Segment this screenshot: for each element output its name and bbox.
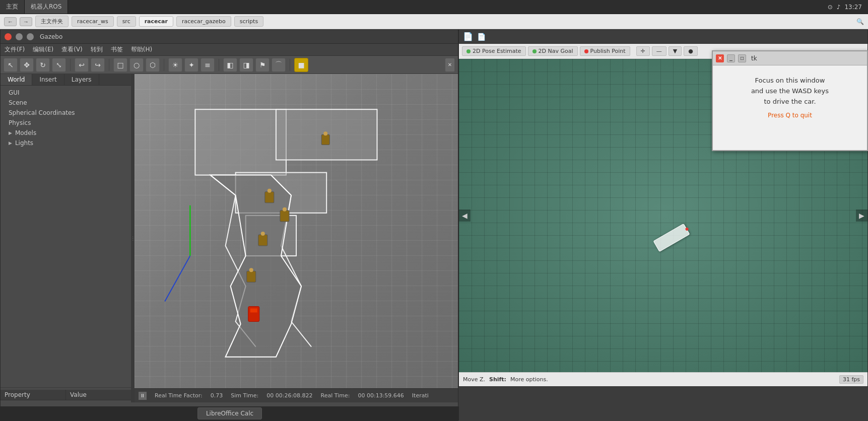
path-scripts[interactable]: scripts (234, 16, 263, 27)
tk-content: Focus on this window and use the WASD ke… (713, 65, 867, 131)
tab-world[interactable]: World (1, 74, 32, 85)
sphere-button[interactable]: ○ (129, 58, 144, 72)
gazebo-minimize-button[interactable] (16, 33, 23, 40)
gazebo-3d-viewport[interactable]: ⏸ Real Time Factor: 0.73 Sim Time: 00 00… (135, 74, 458, 402)
rviz-dropdown-btn[interactable]: ▼ (669, 46, 682, 56)
undo-button[interactable]: ↩ (75, 58, 89, 72)
path-src[interactable]: src (117, 16, 136, 27)
svg-rect-8 (265, 192, 274, 203)
toolbar-sep-3 (164, 59, 164, 71)
rviz-minus-btn[interactable]: — (652, 46, 666, 56)
menu-view[interactable]: 查看(V) (61, 45, 83, 54)
rviz-circle-btn[interactable]: ● (684, 46, 698, 56)
network-icon: ⊙ (828, 4, 833, 11)
rviz-status-bar: Move Z. Shift: More options. 31 fps (459, 372, 867, 386)
path-home[interactable]: 主文件夹 (35, 16, 69, 27)
tree-item-physics[interactable]: Physics (1, 118, 131, 128)
box-button[interactable]: □ (113, 58, 127, 72)
left-panel-tabs: World Insert Layers (1, 74, 131, 86)
rviz-shift-label: Shift: (489, 376, 506, 383)
menu-goto[interactable]: 转到 (91, 45, 103, 54)
menu-help[interactable]: 帮助(H) (131, 45, 152, 54)
taskbar-libreoffice[interactable]: LibreOffice Calc (197, 407, 262, 419)
sim-time-value: 00 00:26:08.822 (266, 392, 312, 399)
sun-button[interactable]: ☀ (168, 58, 182, 72)
pause-button[interactable]: ⏸ (139, 392, 147, 400)
viewport-canvas[interactable] (135, 74, 458, 402)
gazebo-close-button[interactable] (5, 33, 12, 40)
scale-tool-button[interactable]: ⤡ (52, 58, 66, 72)
menu-edit[interactable]: 编辑(E) (33, 45, 53, 54)
rviz-crosshair-btn[interactable]: ✛ (636, 46, 650, 56)
svg-rect-19 (323, 131, 327, 135)
real-time-value: 00 00:13:59.646 (358, 392, 404, 399)
publish-point-label: Publish Point (590, 48, 626, 54)
path-racecar-ws[interactable]: racecar_ws (72, 16, 114, 27)
mesh-2-button[interactable]: ◨ (239, 58, 253, 72)
tree-item-gui[interactable]: GUI (1, 88, 131, 98)
rviz-publish-point-btn[interactable]: Publish Point (580, 46, 630, 56)
tree-item-models[interactable]: Models (1, 128, 131, 138)
rviz-title-placeholder: 📄 (477, 33, 486, 41)
cylinder-button[interactable]: ⬡ (146, 58, 160, 72)
tk-close-button[interactable]: ✕ (716, 54, 724, 62)
svg-rect-14 (247, 271, 256, 282)
svg-rect-18 (321, 134, 329, 145)
gazebo-toolbar: ↖ ✥ ↻ ⤡ ↩ ↪ □ ○ ⬡ ☀ ✦ ≡ ◧ ◨ ⚑ ⌒ ■ ✕ (1, 56, 458, 74)
gazebo-maximize-button[interactable] (27, 33, 34, 40)
browser-bar: ← → 主文件夹 racecar_ws src racecar racecar_… (0, 14, 868, 29)
forward-button[interactable]: → (20, 17, 32, 26)
publish-point-dot (584, 49, 588, 53)
rviz-title-bar: 📄 📄 (459, 30, 867, 44)
path-racecar[interactable]: racecar (139, 16, 173, 27)
back-button[interactable]: ← (4, 17, 17, 26)
search-icon: 🔍 (856, 18, 864, 25)
gazebo-title-bar: Gazebo (1, 30, 458, 44)
nav-goal-label: 2D Nav Goal (539, 48, 573, 54)
point-light-button[interactable]: ✦ (184, 58, 198, 72)
rviz-left-arrow[interactable]: ◀ (459, 209, 471, 222)
lines-button[interactable]: ≡ (201, 58, 215, 72)
svg-rect-10 (280, 210, 289, 222)
toolbar-sep-5 (290, 59, 290, 71)
gazebo-window-title: Gazebo (40, 33, 62, 40)
property-panel: Property Value (1, 387, 131, 402)
tab-layers[interactable]: Layers (64, 74, 99, 85)
os-tab-ros[interactable]: 机器人ROS (25, 0, 68, 14)
menu-bookmarks[interactable]: 书签 (111, 45, 123, 54)
property-header: Property Value (1, 390, 131, 400)
select-tool-button[interactable]: ↖ (4, 58, 18, 72)
rviz-right-arrow[interactable]: ▶ (856, 209, 867, 222)
rviz-pose-estimate-btn[interactable]: 2D Pose Estimate (462, 46, 526, 56)
tk-popup: ✕ _ □ tk Focus on this window and use th… (712, 50, 868, 151)
tree-item-scene[interactable]: Scene (1, 98, 131, 108)
os-tab-home-label: 主页 (6, 3, 18, 11)
property-col-value: Value (65, 390, 131, 400)
gazebo-left-panel: World Insert Layers GUI Scene Spherical … (1, 74, 131, 402)
gazebo-window: Gazebo 文件(F) 编辑(E) 查看(V) 转到 书签 帮助(H) ↖ ✥… (0, 29, 458, 421)
tk-max-button[interactable]: □ (738, 54, 746, 62)
os-tab-home[interactable]: 主页 (0, 0, 25, 14)
svg-rect-17 (250, 308, 257, 312)
rotate-tool-button[interactable]: ↻ (36, 58, 50, 72)
tree-item-lights[interactable]: Lights (1, 138, 131, 148)
move-tool-button[interactable]: ✥ (20, 58, 34, 72)
clock-display: 13:27 (844, 4, 862, 11)
rviz-nav-goal-btn[interactable]: 2D Nav Goal (528, 46, 578, 56)
audio-button[interactable]: ⌒ (272, 58, 286, 72)
orange-tool-button[interactable]: ■ (294, 58, 308, 72)
tk-instruction-line3: to drive the car. (721, 97, 859, 107)
tk-min-button[interactable]: _ (727, 54, 735, 62)
more-button[interactable]: ✕ (445, 58, 455, 72)
sim-time-label: Sim Time: (231, 392, 258, 399)
flag-button[interactable]: ⚑ (255, 58, 270, 72)
menu-file[interactable]: 文件(F) (5, 45, 25, 54)
svg-rect-11 (283, 207, 287, 212)
mesh-1-button[interactable]: ◧ (223, 58, 237, 72)
tab-insert[interactable]: Insert (32, 74, 64, 85)
redo-button[interactable]: ↪ (91, 58, 105, 72)
left-panel-content: GUI Scene Spherical Coordinates Physics … (1, 86, 131, 387)
path-racecar-gazebo[interactable]: racecar_gazebo (176, 16, 231, 27)
tree-item-spherical-coords[interactable]: Spherical Coordinates (1, 108, 131, 118)
rviz-fps-display: 31 fps (839, 375, 863, 384)
